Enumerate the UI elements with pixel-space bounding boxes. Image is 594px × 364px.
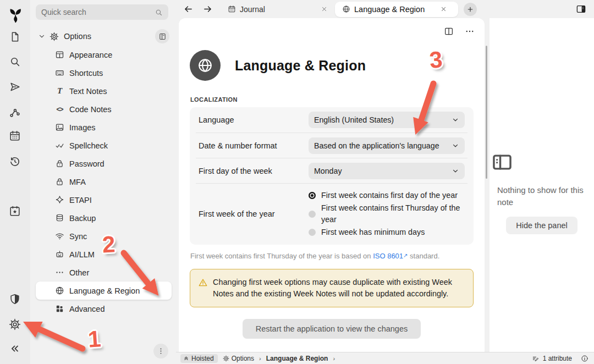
iso-8601-link[interactable]: ISO 8601: [373, 252, 403, 260]
activity-button[interactable]: [9, 106, 22, 119]
hoisted-badge[interactable]: Hoisted: [180, 354, 218, 363]
attribute-count[interactable]: 1 attribute: [543, 355, 572, 362]
spark-icon: [55, 195, 64, 205]
tree-item[interactable]: Password: [36, 155, 172, 173]
calendar-star-icon: [9, 205, 21, 217]
tree-item[interactable]: Backup: [36, 209, 172, 227]
settings-row: First day of the week Monday: [196, 158, 468, 183]
activity-button[interactable]: [9, 130, 22, 143]
breadcrumb-current[interactable]: Language & Region: [266, 355, 328, 362]
radio-option[interactable]: First week contains first day of the yea…: [309, 190, 465, 201]
tree-item[interactable]: Shortcuts: [36, 64, 172, 82]
wifi-icon: [55, 231, 64, 241]
activity-button[interactable]: [9, 31, 22, 44]
settings-row: Date & number format Based on the applic…: [196, 133, 468, 158]
chevrons-left-icon: [9, 343, 21, 355]
tree-item-options[interactable]: Options: [36, 27, 172, 46]
chevron-down-icon[interactable]: [38, 32, 46, 40]
tree-item[interactable]: ETAPI: [36, 191, 172, 209]
tree-item[interactable]: Language & Region: [36, 282, 172, 300]
tree-children: Appearance Shortcuts T Text Notes <> Cod…: [36, 46, 172, 318]
gear-icon: [50, 32, 59, 41]
tree-item[interactable]: <> Code Notes: [36, 100, 172, 118]
hoist-icon: [158, 32, 167, 41]
tab-journal[interactable]: Journal: [228, 5, 335, 14]
new-tab-button[interactable]: [464, 3, 477, 16]
right-pane: Nothing to show for this note Hide the p…: [490, 18, 594, 352]
close-icon[interactable]: [440, 5, 447, 13]
setting-select[interactable]: Monday: [309, 163, 465, 179]
info-icon[interactable]: [581, 355, 588, 362]
tree-item[interactable]: Advanced: [36, 300, 172, 318]
localization-settings: Language English (United States) Date & …: [190, 107, 474, 245]
activity-bar: [0, 0, 30, 364]
history-forward-button[interactable]: [203, 4, 212, 14]
iso-note: First week contains first Thursday of th…: [190, 252, 473, 260]
activity-button[interactable]: [9, 56, 22, 69]
chevron-down-icon: [452, 142, 459, 150]
tree-item-label: Password: [69, 159, 105, 168]
warning-icon: [198, 278, 208, 288]
breadcrumb-options[interactable]: Options: [223, 355, 254, 362]
tree-menu-button[interactable]: [153, 344, 168, 359]
activity-button[interactable]: [9, 318, 22, 332]
tree-item[interactable]: Spellcheck: [36, 136, 172, 155]
window-icon: [55, 50, 64, 59]
note-icon-badge: [190, 50, 221, 81]
activity-button[interactable]: [9, 343, 22, 356]
tree-item[interactable]: Images: [36, 118, 172, 136]
close-icon[interactable]: [321, 5, 328, 13]
select-value: Based on the application's language: [314, 141, 452, 150]
tree-item[interactable]: Sync: [36, 227, 172, 245]
tree-item-label: Code Notes: [69, 105, 112, 114]
chevron-down-icon: [452, 116, 459, 124]
hide-panel-button[interactable]: Hide the panel: [506, 217, 578, 234]
radio-icon: [309, 229, 316, 236]
toggle-right-pane-icon[interactable]: [576, 4, 586, 14]
chevrons-up-icon: [183, 355, 189, 361]
setting-select[interactable]: Based on the application's language: [309, 137, 465, 154]
history-back-button[interactable]: [184, 4, 193, 14]
scrollbar[interactable]: [486, 46, 487, 179]
activity-button[interactable]: [9, 205, 22, 218]
activity-button[interactable]: [9, 81, 22, 94]
split-pane-icon[interactable]: [444, 26, 454, 36]
activity-button[interactable]: [9, 156, 22, 169]
settings-row: Language English (United States): [196, 107, 468, 133]
tree-item[interactable]: AI/LLM: [36, 245, 172, 263]
quick-search[interactable]: [36, 4, 168, 20]
content-pane: Language & Region LOCALIZATION Language …: [179, 18, 485, 352]
tree-item[interactable]: Appearance: [36, 46, 172, 64]
section-label: LOCALIZATION: [190, 96, 485, 103]
first-week-setting: First week of the year First week contai…: [196, 183, 468, 245]
tree-item[interactable]: MFA: [36, 173, 172, 191]
select-value: Monday: [314, 167, 452, 175]
tree-item-label: Sync: [69, 232, 87, 241]
tab-label: Language & Region: [354, 5, 425, 14]
tree-item-label: Other: [69, 268, 89, 277]
search-input[interactable]: [41, 8, 155, 16]
tree-item-label: AI/LLM: [69, 250, 95, 259]
activity-bar-bottom: [9, 293, 22, 364]
more-options-icon[interactable]: [465, 26, 475, 36]
radio-option[interactable]: First week has minimum days: [309, 227, 465, 238]
activity-button[interactable]: [7, 7, 24, 24]
activity-button[interactable]: [9, 293, 22, 306]
text-t-icon: T: [55, 86, 64, 96]
tree-item[interactable]: T Text Notes: [36, 82, 172, 100]
tab-language-region[interactable]: Language & Region: [335, 2, 458, 17]
database-icon: [55, 213, 64, 223]
hoisted-label: Hoisted: [191, 355, 214, 362]
gear-icon: [9, 318, 21, 330]
radio-option[interactable]: First week contains first Thursday of th…: [309, 202, 465, 225]
unhoist-button[interactable]: [155, 29, 169, 43]
radio-icon: [309, 211, 316, 218]
tree-item-label: Advanced: [69, 305, 105, 313]
setting-select[interactable]: English (United States): [309, 112, 465, 128]
tree-item[interactable]: Other: [36, 263, 172, 282]
tree-item-label: Appearance: [69, 51, 112, 59]
globe-icon: [55, 286, 64, 295]
tab-bar: Journal Language & Region: [176, 0, 594, 18]
note-tree-panel: Options Appearance Shortcuts T Text Note…: [30, 0, 176, 364]
restart-button[interactable]: Restart the application to view the chan…: [243, 319, 421, 339]
